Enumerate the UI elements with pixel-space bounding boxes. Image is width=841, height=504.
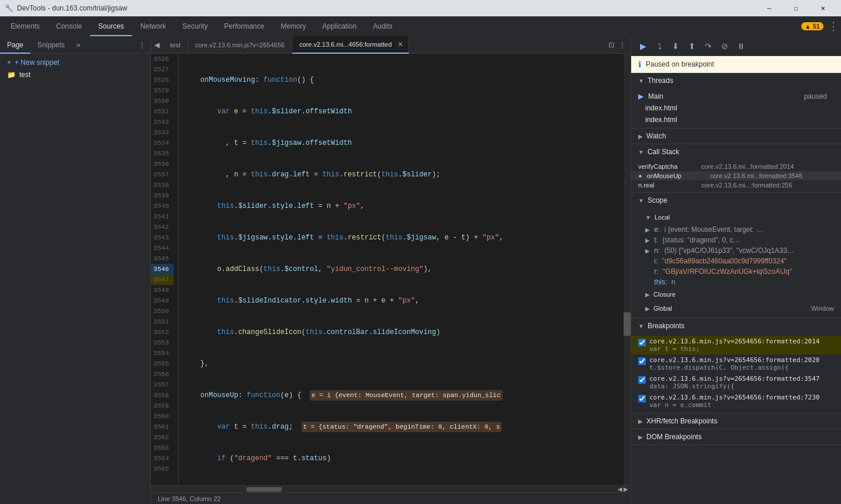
- watch-label: Watch: [646, 132, 666, 140]
- editor-more-icon[interactable]: ⋮: [619, 41, 626, 49]
- xhr-breakpoints-header[interactable]: ▶ XHR/fetch Breakpoints: [631, 413, 841, 429]
- linenum-3530: 3530: [151, 96, 174, 106]
- file-tree-item-test[interactable]: 📁 test: [0, 69, 150, 81]
- callstack-verifycaptcha[interactable]: verifyCaptcha core.v2.13.6.mi...formatte…: [631, 162, 841, 171]
- code-editor[interactable]: 3526 3527 3528 3529 3530 3531 3532 3533 …: [151, 54, 631, 485]
- editor-area: ◀ test core.v2.13.6.min.js?v=2654656 cor…: [151, 36, 631, 504]
- scope-i[interactable]: i: "d9c56a89acb2460aa00c9d7999ff0324": [631, 256, 841, 266]
- step-button[interactable]: ↷: [701, 39, 715, 53]
- new-snippet-button[interactable]: + + New snippet: [0, 56, 150, 69]
- subtab-snippets[interactable]: Snippets: [30, 36, 72, 54]
- devtools-body: Page Snippets » ⋮ + + New snippet 📁 test…: [0, 36, 841, 504]
- breakpoints-header[interactable]: ▼ Breakpoints: [631, 318, 841, 333]
- scope-this[interactable]: this: n: [631, 277, 841, 287]
- pause-on-exceptions-button[interactable]: ⏸: [734, 39, 748, 53]
- close-button[interactable]: ✕: [809, 0, 836, 16]
- scope-r[interactable]: r: "GBj/aV/RFOIUCzWzAnUGk+lq\5zoA\Jq": [631, 266, 841, 277]
- callstack-nreal[interactable]: n.real core.v2.13.6.mi...:formatted:256: [631, 180, 841, 190]
- deactivate-breakpoints-button[interactable]: ⊘: [718, 39, 732, 53]
- breakpoint-checkbox-1[interactable]: [638, 339, 646, 346]
- threads-content: ▶ Main paused index.html index.html: [631, 88, 841, 128]
- editor-tab-min-js[interactable]: core.v2.13.6.min.js?v=2654656: [188, 36, 292, 54]
- resume-button[interactable]: ▶: [636, 39, 650, 53]
- linenum-3535: 3535: [151, 148, 174, 159]
- editor-tab-test[interactable]: test: [163, 36, 188, 54]
- new-snippet-label: + New snippet: [15, 58, 59, 67]
- scope-this-key: this:: [654, 278, 667, 286]
- editor-tab-test-label: test: [170, 41, 181, 48]
- bp4-file: core.v2.13.6.min.js?v=2654656:formatted:…: [649, 394, 819, 401]
- callstack-header[interactable]: ▼ Call Stack: [631, 144, 841, 159]
- breakpoint-item-3[interactable]: core.v2.13.6.min.js?v=2654656:formatted:…: [631, 373, 841, 392]
- scope-e-triangle: ▶: [645, 227, 650, 233]
- bp2-file: core.v2.13.6.min.js?v=2654656:formatted:…: [649, 356, 819, 364]
- tab-security[interactable]: Security: [174, 16, 216, 36]
- maximize-button[interactable]: □: [783, 0, 809, 16]
- dom-breakpoints-header[interactable]: ▶ DOM Breakpoints: [631, 429, 841, 444]
- tab-console[interactable]: Console: [48, 16, 90, 36]
- callstack-onmouseup[interactable]: ● onMouseUp core.v2.13.6.mi...formatted:…: [631, 171, 841, 180]
- editor-tab-formatted[interactable]: core.v2.13.6.mi...4656:formatted ✕: [292, 36, 409, 54]
- tab-sources[interactable]: Sources: [90, 16, 132, 36]
- linenum-3551: 3551: [151, 317, 174, 327]
- step-into-button[interactable]: ⬇: [669, 39, 683, 53]
- code-content[interactable]: onMouseMoving: function() { var e = this…: [179, 54, 624, 485]
- tab-performance[interactable]: Performance: [216, 16, 272, 36]
- linenum-3527: 3527: [151, 64, 174, 75]
- subtab-more-icon[interactable]: »: [74, 41, 83, 49]
- breakpoint-checkbox-2[interactable]: [638, 357, 646, 365]
- scope-n-key: n:: [654, 246, 660, 255]
- tab-memory[interactable]: Memory: [272, 16, 314, 36]
- breakpoint-item-1[interactable]: core.v2.13.6.min.js?v=2654656:formatted:…: [631, 336, 841, 354]
- right-panel: ▶ ⤵ ⬇ ⬆ ↷ ⊘ ⏸ ℹ Paused on breakpoint ▼ T…: [631, 36, 841, 504]
- more-options-icon[interactable]: ⋮: [828, 20, 839, 33]
- subtab-options-icon[interactable]: ⋮: [134, 41, 150, 49]
- scope-header[interactable]: ▼ Scope: [631, 193, 841, 208]
- scope-n[interactable]: ▶ n: (50) ["vp4C/OJ61p33", "vcwC/OJq1A33…: [631, 245, 841, 256]
- favicon-icon: 🔧: [5, 4, 13, 12]
- tab-application[interactable]: Application: [314, 16, 365, 36]
- tab-audits[interactable]: Audits: [365, 16, 400, 36]
- subtab-page[interactable]: Page: [0, 36, 30, 54]
- breakpoint-checkbox-4[interactable]: [638, 395, 646, 402]
- xhr-breakpoints-section: ▶ XHR/fetch Breakpoints: [631, 413, 841, 429]
- editor-nav-back[interactable]: ◀: [151, 41, 163, 49]
- editor-hscrollbar[interactable]: ◀ ▶: [151, 485, 631, 492]
- linenum-3533: 3533: [151, 127, 174, 138]
- local-header[interactable]: ▼ Local: [631, 210, 841, 224]
- scope-i-key: i:: [654, 257, 657, 265]
- linenum-3550: 3550: [151, 306, 174, 317]
- scope-e[interactable]: ▶ e: i {event: MouseEvent, target: …: [631, 224, 841, 235]
- thread-main[interactable]: ▶ Main paused: [631, 91, 841, 102]
- scope-t[interactable]: ▶ t: {status: "dragend", 0, c…: [631, 235, 841, 245]
- minimize-button[interactable]: ─: [756, 0, 783, 16]
- threads-header[interactable]: ▼ Threads: [631, 73, 841, 88]
- editor-expand-icon[interactable]: ⊡: [608, 41, 614, 49]
- step-over-button[interactable]: ⤵: [652, 39, 666, 53]
- callstack-triangle: ▼: [638, 149, 644, 155]
- tab-elements[interactable]: Elements: [2, 16, 48, 36]
- breakpoint-item-2[interactable]: core.v2.13.6.min.js?v=2654656:formatted:…: [631, 354, 841, 373]
- global-header[interactable]: ▶ Global Window: [631, 301, 841, 315]
- scope-section: ▼ Scope ▼ Local ▶ e: i {event: MouseEven…: [631, 193, 841, 318]
- cs-loc-nreal: core.v2.13.6.mi...:formatted:256: [701, 182, 792, 189]
- cs-name-nreal: n.real: [638, 182, 697, 189]
- breakpoint-item-4[interactable]: core.v2.13.6.min.js?v=2654656:formatted:…: [631, 392, 841, 411]
- thread-indexhtml-2[interactable]: index.html: [631, 114, 841, 126]
- cs-dot-icon: ●: [638, 172, 642, 179]
- closure-header[interactable]: ▶ Closure: [631, 287, 841, 301]
- editor-scrollbar[interactable]: [624, 54, 631, 485]
- hscrollbar-left-icon[interactable]: ◀: [618, 486, 622, 492]
- watch-header[interactable]: ▶ Watch: [631, 128, 841, 144]
- scope-n-val: (50) ["vp4C/OJ61p33", "vcwC/OJq1A33…: [665, 246, 794, 255]
- editor-tab-close-icon[interactable]: ✕: [397, 40, 403, 48]
- breakpoint-checkbox-3[interactable]: [638, 376, 646, 384]
- closure-triangle: ▶: [645, 291, 650, 298]
- editor-hscrollbar-thumb: [247, 487, 282, 492]
- hscrollbar-right-icon[interactable]: ▶: [624, 486, 628, 492]
- tab-network[interactable]: Network: [132, 16, 174, 36]
- step-out-button[interactable]: ⬆: [685, 39, 699, 53]
- thread-indexhtml-1[interactable]: index.html: [631, 102, 841, 114]
- linenum-3539: 3539: [151, 190, 174, 201]
- right-panel-scroll[interactable]: ▼ Threads ▶ Main paused index.html index…: [631, 73, 841, 504]
